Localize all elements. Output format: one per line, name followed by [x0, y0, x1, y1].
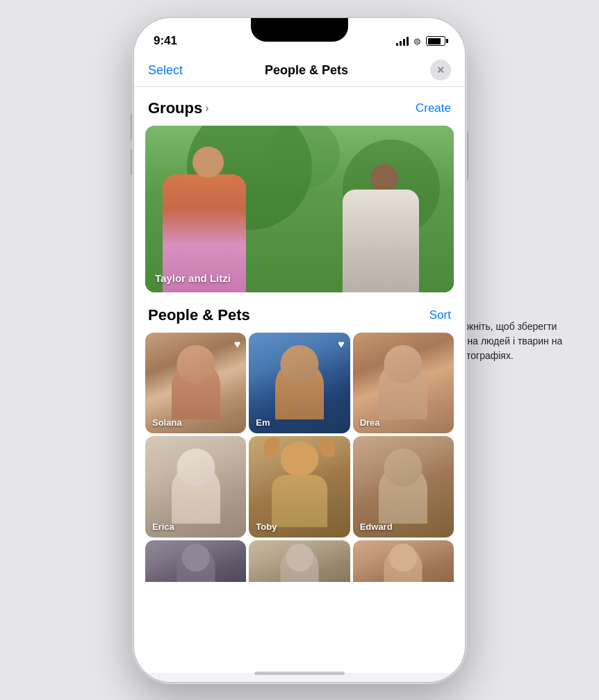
people-pets-title: People & Pets [148, 306, 250, 324]
partial-people-row [134, 538, 465, 582]
status-time: 9:41 [154, 34, 177, 48]
person-tile-solana[interactable]: ♥ Solana [145, 333, 246, 433]
person-tile-toby[interactable]: Toby [249, 436, 350, 537]
person-name-erica: Erica [152, 522, 174, 532]
partial-tile-1[interactable] [145, 540, 246, 582]
person-name-em: Em [256, 417, 270, 428]
wifi-icon: ⊜ [413, 36, 421, 47]
status-icons: ⊜ [396, 36, 445, 47]
content-area: Groups › Create [134, 87, 465, 673]
person-tile-drea[interactable]: Drea [353, 333, 454, 433]
callout-text: Торкніть, щоб зберегти імена людей і тва… [453, 319, 578, 363]
close-button[interactable]: ✕ [430, 60, 451, 81]
group-featured-image[interactable]: Taylor and Litzi [145, 126, 454, 292]
groups-title[interactable]: Groups › [148, 99, 209, 117]
favorite-heart-solana: ♥ [234, 338, 241, 351]
favorite-heart-em: ♥ [338, 338, 345, 351]
group-label: Taylor and Litzi [155, 272, 231, 284]
navigation-bar: Select People & Pets ✕ [134, 54, 465, 87]
phone-frame: 9:41 ⊜ [133, 17, 466, 683]
sort-button[interactable]: Sort [429, 308, 451, 322]
page-title: People & Pets [265, 63, 348, 78]
people-section-header: People & Pets Sort [134, 292, 465, 333]
person-name-solana: Solana [152, 417, 182, 428]
battery-icon [426, 36, 445, 46]
people-grid: ♥ Solana ♥ Em [134, 333, 465, 538]
groups-section-header: Groups › Create [134, 87, 465, 126]
person-silhouette-2 [343, 164, 426, 292]
partial-tile-2[interactable] [249, 540, 350, 582]
partial-tile-3[interactable] [353, 540, 454, 582]
home-indicator[interactable] [254, 672, 345, 675]
person-name-toby: Toby [256, 522, 277, 532]
person-tile-erica[interactable]: Erica [145, 436, 246, 537]
signal-icon [396, 36, 409, 46]
notch [251, 18, 348, 42]
create-button[interactable]: Create [416, 101, 451, 115]
groups-chevron-icon: › [205, 102, 208, 115]
person-name-edward: Edward [360, 522, 393, 532]
person-silhouette-1 [163, 147, 253, 292]
select-button[interactable]: Select [148, 63, 183, 78]
person-tile-edward[interactable]: Edward [353, 436, 454, 537]
person-name-drea: Drea [360, 417, 380, 428]
person-tile-em[interactable]: ♥ Em [249, 333, 350, 433]
